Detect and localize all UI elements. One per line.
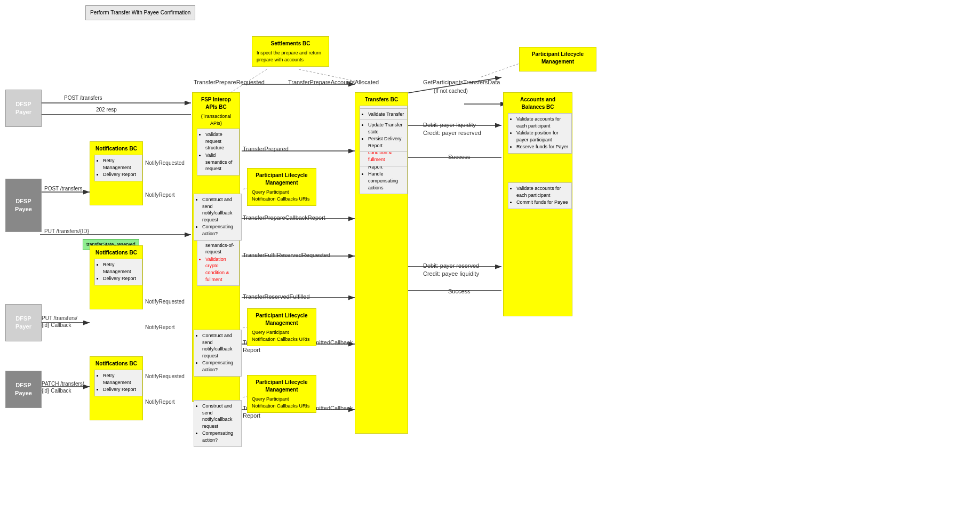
fsp-construct-2: Construct and send notify/callback reque… — [194, 330, 242, 377]
label-post-transfers-mid: POST /transfers — [44, 186, 83, 191]
notifications-bc-2-title: Notifications BC — [94, 249, 138, 257]
accounts-items2: Validate accounts for each participant C… — [508, 182, 572, 209]
settlements-bc-content: Inspect the prepare and return prepare w… — [257, 50, 324, 63]
transfers-items7: Update Transfer state Persist Delivery R… — [360, 119, 408, 152]
notifications-bc-3-title: Notifications BC — [94, 360, 138, 368]
notify-report-2: NotifyReport — [145, 324, 175, 330]
fsp-validate-box: Validate request structure Valid semanti… — [197, 129, 240, 175]
plm-2-title: Participant Lifecycle Management — [252, 312, 312, 327]
plm-3-title: Participant Lifecycle Management — [252, 379, 312, 394]
notify-report-1: NotifyReport — [145, 192, 175, 198]
label-transfer-fulfil-reserved: TransferFulfilReservedRequested — [243, 252, 330, 258]
label-transfer-prepare-accounts: TransferPrepareAccountsAllocated — [288, 79, 379, 85]
fsp-construct-1: Construct and send notify/callback reque… — [194, 194, 242, 241]
plm-1-content: Query Participant Notification Callbacks… — [252, 189, 312, 202]
settlements-bc-box: Settlements BC Inspect the prepare and r… — [252, 36, 329, 67]
accounts-balances-box: Accounts and Balances BC Validate accoun… — [503, 92, 572, 316]
label-success-1: Success — [448, 154, 471, 160]
label-debit-payer-liquidity: Debit: payer liquidity — [423, 122, 476, 128]
dfsp-payer-top: DFSPPayer — [5, 90, 42, 127]
plm-2-box: Participant Lifecycle Management Query P… — [247, 308, 316, 346]
label-if-not-cached: (If not cached) — [434, 88, 468, 94]
notify-requested-2: NotifyRequested — [145, 299, 185, 305]
label-202-resp: 202 resp — [96, 107, 117, 113]
fsp-validate-list: Validate request structure Valid semanti… — [200, 131, 236, 172]
notify-report-3: NotifyReport — [145, 399, 175, 405]
notifications-bc-3: Notifications BC Retry Management Delive… — [90, 356, 143, 420]
page-title: Perform Transfer With Payee Confirmation — [85, 5, 195, 20]
plm-3-content: Query Participant Notification Callbacks… — [252, 396, 312, 409]
label-credit-payee-liquidity: Credit: payee liquidity — [423, 270, 479, 277]
plm-1-box: Participant Lifecycle Management Query P… — [247, 168, 316, 206]
transfers-bc-title: Transfers BC — [360, 96, 403, 103]
notifications-bc-2-inner: Retry Management Delivery Report — [94, 259, 142, 285]
label-transfer-reserved-fulfilled: TransferReservedFulfilled — [243, 293, 310, 300]
plm-top-box: Participant Lifecycle Management — [519, 47, 596, 71]
label-put-transfers-callback: PUT /transfers/{id} Callback — [42, 315, 77, 329]
label-patch-transfers-callback: PATCH /transfers/{id} Callback — [42, 380, 84, 394]
notifications-bc-3-inner: Retry Management Delivery Report — [94, 370, 142, 396]
plm-2-content: Query Participant Notification Callbacks… — [252, 329, 312, 342]
label-transfer-prepare-callback: TransferPrepareCallbackReport — [243, 214, 325, 221]
notify-requested-1: NotifyRequested — [145, 160, 185, 166]
notifications-bc-1-inner: Retry Management Delivery Report — [94, 155, 142, 181]
fsp-construct-3: Construct and send notify/callback reque… — [194, 400, 242, 447]
label-post-transfers-top: POST /transfers — [64, 95, 102, 101]
label-credit-payer-reserved: Credit: payer reserved — [423, 130, 481, 136]
accounts-items1: Validate accounts for each participant V… — [508, 113, 572, 154]
fsp-interop-title: FSP Interop APIs BC — [197, 96, 235, 111]
settlements-bc-title: Settlements BC — [257, 40, 324, 47]
notifications-bc-2: Notifications BC Retry Management Delive… — [90, 245, 143, 309]
label-success-2: Success — [448, 288, 471, 294]
accounts-balances-title: Accounts and Balances BC — [508, 96, 568, 111]
dfsp-payee-mid: DFSPPayee — [5, 179, 42, 232]
notifications-bc-1: Notifications BC Retry Management Delive… — [90, 141, 143, 205]
plm-top-title: Participant Lifecycle Management — [524, 51, 592, 66]
plm-1-title: Participant Lifecycle Management — [252, 172, 312, 187]
notifications-bc-1-title: Notifications BC — [94, 145, 138, 153]
label-transfer-prepared: TransferPrepared — [243, 146, 289, 152]
label-debit-payer-reserved: Debit: payer reserved — [423, 262, 479, 269]
diagram-container: Perform Transfer With Payee Confirmation — [0, 0, 980, 527]
plm-3-box: Participant Lifecycle Management Query P… — [247, 375, 316, 413]
dfsp-payer-bot: DFSPPayer — [5, 304, 42, 341]
label-transfer-prepare-requested: TransferPrepareRequested — [194, 79, 265, 85]
transfers-bc-box: Transfers BC Validate transfer (dupe che… — [355, 92, 408, 434]
fsp-interop-subtitle: (Transactional APIs) — [197, 113, 235, 126]
label-get-participants: GetParticipantsTransfersData — [423, 79, 500, 85]
label-put-transfers-id: PUT /transfers/{ID} — [44, 228, 89, 234]
dfsp-payee-bot: DFSPPayee — [5, 371, 42, 408]
notify-requested-3: NotifyRequested — [145, 373, 185, 379]
